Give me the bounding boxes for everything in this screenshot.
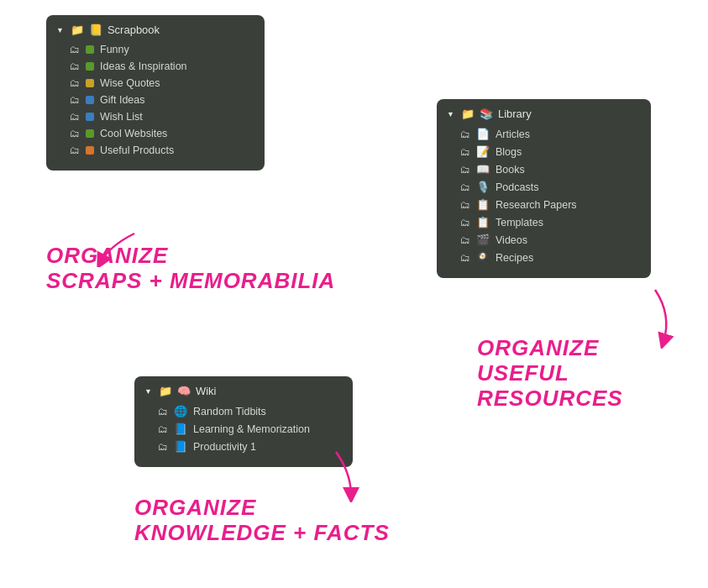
folder-icon: 🗂	[70, 77, 80, 89]
list-item[interactable]: 🗂 📘 Productivity 1	[144, 438, 339, 455]
folder-icon: 🗂	[460, 181, 470, 193]
item-label: Productivity 1	[193, 441, 256, 453]
item-label: Wish List	[100, 111, 143, 123]
item-label: Wise Quotes	[100, 77, 160, 89]
folder-icon: 🗂	[460, 234, 470, 246]
color-tag	[86, 146, 94, 155]
list-item[interactable]: 🗂 🍳 Recipes	[447, 249, 637, 266]
folder-icon: 🗂	[70, 111, 80, 123]
scrapbook-header: ▼ 📁 📒 Scrapbook	[56, 24, 251, 36]
folder-icon: 🗂	[158, 406, 168, 417]
list-item[interactable]: 🗂 Funny	[56, 41, 251, 58]
list-item[interactable]: 🗂 📝 Blogs	[447, 143, 637, 160]
annotation-scraps: ORGANIZE SCRAPS + MEMORABILIA	[46, 244, 335, 294]
item-label: Recipes	[496, 252, 533, 264]
color-tag	[86, 79, 94, 87]
folder-icon: 🗂	[70, 94, 80, 106]
folder-icon: 🗂	[460, 199, 470, 211]
folder-icon: 📁	[461, 108, 475, 120]
folder-icon: 🗂	[460, 217, 470, 228]
item-label: Funny	[100, 44, 129, 55]
library-header: ▼ 📁 📚 Library	[447, 108, 637, 120]
wiki-header: ▼ 📁 🧠 Wiki	[144, 385, 339, 397]
item-emoji: 📋	[476, 198, 490, 211]
folder-icon: 🗂	[70, 44, 80, 55]
item-label: Gift Ideas	[100, 94, 145, 106]
arrow-knowledge	[319, 444, 365, 502]
expand-arrow[interactable]: ▼	[144, 387, 152, 396]
item-label: Articles	[496, 129, 530, 140]
list-item[interactable]: 🗂 🎙️ Podcasts	[447, 178, 637, 196]
item-label: Books	[496, 164, 525, 176]
item-emoji: 🌐	[174, 405, 187, 417]
color-tag	[86, 129, 94, 138]
expand-arrow[interactable]: ▼	[56, 26, 64, 34]
list-item[interactable]: 🗂 🌐 Random Tidbits	[144, 402, 339, 420]
item-emoji: 🎙️	[476, 181, 490, 193]
color-tag	[86, 96, 94, 104]
item-emoji: 📄	[476, 128, 490, 140]
item-emoji: 🎬	[476, 234, 490, 246]
folder-icon: 🗂	[158, 441, 168, 453]
item-label: Cool Websites	[100, 128, 167, 139]
item-label: Research Papers	[496, 199, 577, 211]
item-label: Useful Products	[100, 144, 174, 156]
folder-icon: 📁	[71, 24, 84, 36]
item-emoji: 📘	[174, 440, 187, 453]
item-label: Ideas & Inspiration	[100, 60, 187, 72]
folder-icon: 🗂	[70, 60, 80, 72]
item-label: Videos	[496, 234, 527, 246]
item-label: Learning & Memorization	[193, 423, 310, 435]
list-item[interactable]: 🗂 📄 Articles	[447, 125, 637, 143]
folder-icon: 🗂	[460, 129, 470, 140]
list-item[interactable]: 🗂 📖 Books	[447, 160, 637, 178]
list-item[interactable]: 🗂 Useful Products	[56, 142, 251, 159]
library-emoji: 📚	[480, 108, 493, 120]
item-label: Random Tidbits	[193, 406, 266, 417]
wiki-emoji: 🧠	[177, 385, 191, 397]
list-item[interactable]: 🗂 Wise Quotes	[56, 75, 251, 92]
color-tag	[86, 62, 94, 71]
scrapbook-emoji: 📒	[89, 24, 102, 36]
folder-icon: 🗂	[70, 144, 80, 156]
annotation-knowledge: ORGANIZE KNOWLEDGE + FACTS	[134, 496, 390, 546]
list-item[interactable]: 🗂 Gift Ideas	[56, 92, 251, 108]
scrapbook-title: Scrapbook	[108, 24, 160, 36]
item-label: Podcasts	[496, 181, 538, 193]
folder-icon: 🗂	[70, 128, 80, 139]
folder-icon: 📁	[159, 385, 172, 397]
item-emoji: 🍳	[476, 251, 490, 264]
list-item[interactable]: 🗂 Wish List	[56, 108, 251, 125]
wiki-title: Wiki	[196, 385, 217, 397]
item-emoji: 📝	[476, 145, 490, 158]
list-item[interactable]: 🗂 📋 Research Papers	[447, 196, 637, 213]
list-item[interactable]: 🗂 Ideas & Inspiration	[56, 58, 251, 75]
color-tag	[86, 45, 94, 54]
list-item[interactable]: 🗂 Cool Websites	[56, 125, 251, 142]
item-emoji: 📖	[476, 163, 490, 176]
item-label: Blogs	[496, 146, 522, 158]
list-item[interactable]: 🗂 📘 Learning & Memorization	[144, 420, 339, 438]
color-tag	[86, 113, 94, 121]
folder-icon: 🗂	[460, 252, 470, 264]
scrapbook-panel: ▼ 📁 📒 Scrapbook 🗂 Funny 🗂 Ideas & Inspir…	[46, 15, 265, 171]
list-item[interactable]: 🗂 📋 Templates	[447, 213, 637, 231]
library-panel: ▼ 📁 📚 Library 🗂 📄 Articles 🗂 📝 Blogs 🗂 📖…	[437, 99, 651, 278]
item-emoji: 📘	[174, 423, 187, 435]
item-emoji: 📋	[476, 216, 490, 228]
expand-arrow[interactable]: ▼	[447, 110, 454, 118]
folder-icon: 🗂	[158, 423, 168, 435]
list-item[interactable]: 🗂 🎬 Videos	[447, 231, 637, 249]
item-label: Templates	[496, 217, 543, 228]
folder-icon: 🗂	[460, 164, 470, 176]
folder-icon: 🗂	[460, 146, 470, 158]
annotation-resources: ORGANIZE USEFUL RESOURCES	[477, 336, 708, 412]
library-title: Library	[498, 108, 532, 120]
